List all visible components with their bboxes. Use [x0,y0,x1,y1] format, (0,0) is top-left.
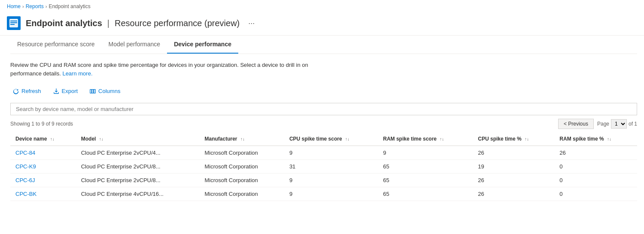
col-cpu-spike-score[interactable]: CPU spike time score ↑↓ [284,132,378,146]
tabs-container: Resource performance score Model perform… [10,36,637,54]
sort-icon-model: ↑↓ [99,137,103,141]
cell-manufacturer-2: Microsoft Corporation [200,174,284,187]
columns-button[interactable]: Columns [87,86,123,96]
refresh-icon [13,88,19,94]
sort-icon-cpu-spike-score: ↑↓ [345,137,349,141]
cell-model-2: Cloud PC Enterprise 2vCPU/8... [76,174,200,187]
table-row: CPC-6J Cloud PC Enterprise 2vCPU/8... Mi… [10,174,637,187]
cell-cpu-pct-1: 19 [473,160,554,174]
svg-rect-5 [92,89,94,93]
col-model[interactable]: Model ↑↓ [76,132,200,146]
page-of-label: of 1 [629,121,637,127]
learn-more-link[interactable]: Learn more. [62,70,92,77]
sort-icon-cpu-spike-pct: ↑↓ [525,137,529,141]
col-cpu-spike-pct[interactable]: CPU spike time % ↑↓ [473,132,554,146]
page-title: Endpoint analytics [26,18,102,28]
cell-ram-score-3: 65 [378,187,473,201]
previous-button[interactable]: < Previous [558,119,594,129]
page-icon [7,16,21,30]
cell-cpu-score-3: 9 [284,187,378,201]
cell-cpu-pct-3: 26 [473,187,554,201]
cell-manufacturer-0: Microsoft Corporation [200,146,284,160]
cell-device-name-0: CPC-84 [10,146,76,160]
device-link-0[interactable]: CPC-84 [15,150,35,156]
breadcrumb-sep-2: › [46,4,47,9]
breadcrumb-home[interactable]: Home [7,3,21,9]
cell-device-name-2: CPC-6J [10,174,76,187]
tab-model-performance[interactable]: Model performance [102,36,167,54]
cell-device-name-3: CPC-BK [10,187,76,201]
table-row: CPC-K9 Cloud PC Enterprise 2vCPU/8... Mi… [10,160,637,174]
cell-manufacturer-3: Microsoft Corporation [200,187,284,201]
cell-ram-pct-0: 26 [554,146,637,160]
refresh-button[interactable]: Refresh [10,86,44,96]
search-container [10,103,637,115]
page-label: Page [597,121,609,127]
cell-ram-pct-2: 0 [554,174,637,187]
main-content: Resource performance score Model perform… [0,36,644,208]
col-device-name[interactable]: Device name ↑↓ [10,132,76,146]
search-input[interactable] [10,103,637,115]
cell-cpu-score-2: 9 [284,174,378,187]
table-header-row: Device name ↑↓ Model ↑↓ Manufacturer ↑↓ … [10,132,637,146]
cell-model-1: Cloud PC Enterprise 2vCPU/8... [76,160,200,174]
pagination: < Previous Page 1 of 1 [558,119,637,129]
page-subtitle: Resource performance (preview) [115,18,240,28]
cell-ram-score-2: 65 [378,174,473,187]
breadcrumb-sep-1: › [22,4,24,9]
page-title-area: Endpoint analytics | Resource performanc… [26,18,240,28]
export-icon [53,88,59,94]
breadcrumb-reports[interactable]: Reports [26,3,44,9]
table-row: CPC-84 Cloud PC Enterprise 2vCPU/4... Mi… [10,146,637,160]
cell-manufacturer-1: Microsoft Corporation [200,160,284,174]
svg-rect-2 [10,22,17,23]
page-header: Endpoint analytics | Resource performanc… [0,13,644,36]
svg-rect-4 [90,89,92,93]
cell-cpu-pct-0: 26 [473,146,554,160]
col-ram-spike-score[interactable]: RAM spike time score ↑↓ [378,132,473,146]
svg-rect-6 [94,89,96,93]
cell-model-0: Cloud PC Enterprise 2vCPU/4... [76,146,200,160]
page-select-dropdown[interactable]: 1 [611,119,627,129]
table-body: CPC-84 Cloud PC Enterprise 2vCPU/4... Mi… [10,146,637,201]
device-link-1[interactable]: CPC-K9 [15,163,36,170]
cell-ram-pct-3: 0 [554,187,637,201]
columns-icon [90,88,96,94]
device-link-2[interactable]: CPC-6J [15,177,35,183]
sort-icon-ram-spike-score: ↑↓ [440,137,444,141]
breadcrumb-current: Endpoint analytics [49,3,90,9]
cell-cpu-score-0: 9 [284,146,378,160]
toolbar: Refresh Export Columns [10,86,637,96]
sort-icon-ram-spike-pct: ↑↓ [607,137,611,141]
col-manufacturer[interactable]: Manufacturer ↑↓ [200,132,284,146]
export-button[interactable]: Export [51,86,81,96]
cell-cpu-pct-2: 26 [473,174,554,187]
page-selector: Page 1 of 1 [597,119,637,129]
cell-cpu-score-1: 31 [284,160,378,174]
breadcrumb: Home › Reports › Endpoint analytics [0,0,644,13]
data-table: Device name ↑↓ Model ↑↓ Manufacturer ↑↓ … [10,132,637,201]
records-count: Showing 1 to 9 of 9 records [10,121,73,127]
more-options-button[interactable]: ··· [245,17,258,30]
cell-model-3: Cloud PC Enterprise 4vCPU/16... [76,187,200,201]
page-title-sep: | [107,18,109,28]
cell-device-name-1: CPC-K9 [10,160,76,174]
table-info-bar: Showing 1 to 9 of 9 records < Previous P… [10,119,637,129]
cell-ram-score-1: 65 [378,160,473,174]
col-ram-spike-pct[interactable]: RAM spike time % ↑↓ [554,132,637,146]
sort-icon-device-name: ↑↓ [50,137,55,141]
sort-icon-manufacturer: ↑↓ [240,137,245,141]
device-link-3[interactable]: CPC-BK [15,191,36,197]
cell-ram-pct-1: 0 [554,160,637,174]
svg-rect-3 [10,24,15,25]
tab-device-performance[interactable]: Device performance [167,36,238,54]
tab-resource-performance-score[interactable]: Resource performance score [10,36,102,54]
description-text: Review the CPU and RAM score and spike t… [10,61,311,78]
table-row: CPC-BK Cloud PC Enterprise 4vCPU/16... M… [10,187,637,201]
cell-ram-score-0: 9 [378,146,473,160]
svg-rect-1 [10,21,17,21]
